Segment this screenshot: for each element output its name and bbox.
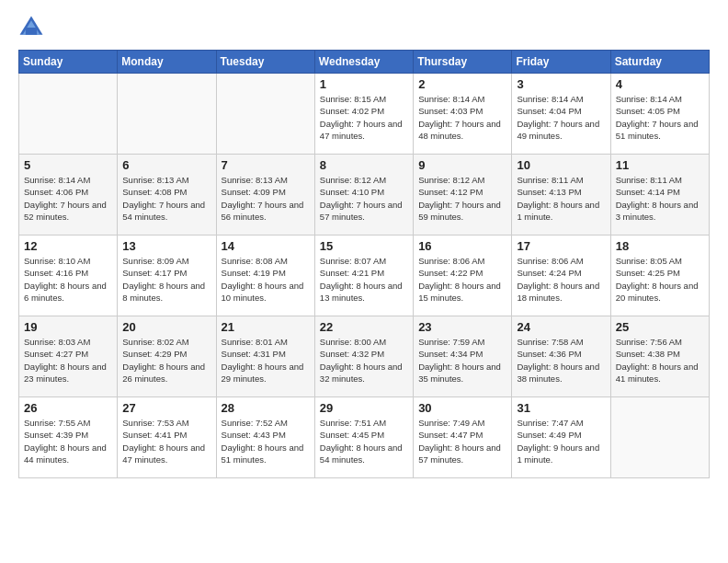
day-number: 1 (320, 77, 408, 91)
day-cell (118, 74, 216, 155)
day-number: 23 (418, 320, 506, 334)
page: SundayMondayTuesdayWednesdayThursdayFrid… (0, 0, 728, 563)
day-info: Sunrise: 8:01 AM Sunset: 4:31 PM Dayligh… (222, 336, 310, 385)
day-number: 6 (122, 158, 210, 172)
day-number: 21 (222, 320, 310, 334)
day-info: Sunrise: 8:07 AM Sunset: 4:21 PM Dayligh… (320, 255, 408, 304)
day-info: Sunrise: 8:06 AM Sunset: 4:22 PM Dayligh… (418, 255, 506, 304)
logo (18, 15, 48, 40)
day-info: Sunrise: 7:53 AM Sunset: 4:41 PM Dayligh… (122, 417, 210, 465)
day-info: Sunrise: 7:56 AM Sunset: 4:38 PM Dayligh… (616, 336, 704, 385)
day-cell: 11Sunrise: 8:11 AM Sunset: 4:14 PM Dayli… (610, 155, 709, 236)
day-cell (19, 74, 118, 155)
day-info: Sunrise: 8:13 AM Sunset: 4:08 PM Dayligh… (122, 174, 210, 223)
day-info: Sunrise: 8:14 AM Sunset: 4:03 PM Dayligh… (418, 93, 506, 142)
day-cell: 19Sunrise: 8:03 AM Sunset: 4:27 PM Dayli… (19, 316, 118, 397)
logo-icon (18, 15, 44, 40)
weekday-header-saturday: Saturday (610, 51, 709, 74)
day-cell (216, 74, 314, 155)
day-number: 10 (517, 158, 605, 172)
day-number: 8 (320, 158, 408, 172)
day-number: 19 (24, 320, 112, 334)
day-cell: 27Sunrise: 7:53 AM Sunset: 4:41 PM Dayli… (118, 397, 216, 478)
day-number: 16 (418, 239, 506, 253)
day-info: Sunrise: 8:14 AM Sunset: 4:05 PM Dayligh… (616, 93, 704, 142)
day-info: Sunrise: 8:06 AM Sunset: 4:24 PM Dayligh… (517, 255, 605, 304)
weekday-header-sunday: Sunday (19, 51, 118, 74)
day-number: 13 (122, 239, 210, 253)
day-cell: 28Sunrise: 7:52 AM Sunset: 4:43 PM Dayli… (216, 397, 314, 478)
day-number: 12 (24, 239, 112, 253)
weekday-header-friday: Friday (512, 51, 610, 74)
day-cell: 12Sunrise: 8:10 AM Sunset: 4:16 PM Dayli… (19, 236, 118, 316)
day-cell: 4Sunrise: 8:14 AM Sunset: 4:05 PM Daylig… (610, 74, 709, 155)
day-info: Sunrise: 8:13 AM Sunset: 4:09 PM Dayligh… (222, 174, 310, 223)
day-info: Sunrise: 7:49 AM Sunset: 4:47 PM Dayligh… (418, 417, 506, 465)
day-number: 5 (24, 158, 112, 172)
day-number: 28 (222, 401, 310, 415)
day-cell: 3Sunrise: 8:14 AM Sunset: 4:04 PM Daylig… (512, 74, 610, 155)
svg-rect-2 (26, 28, 37, 35)
day-cell: 23Sunrise: 7:59 AM Sunset: 4:34 PM Dayli… (414, 316, 512, 397)
day-cell: 6Sunrise: 8:13 AM Sunset: 4:08 PM Daylig… (118, 155, 216, 236)
day-info: Sunrise: 8:00 AM Sunset: 4:32 PM Dayligh… (320, 336, 408, 385)
day-info: Sunrise: 8:11 AM Sunset: 4:13 PM Dayligh… (517, 174, 605, 223)
week-row-4: 19Sunrise: 8:03 AM Sunset: 4:27 PM Dayli… (19, 316, 710, 397)
day-cell: 20Sunrise: 8:02 AM Sunset: 4:29 PM Dayli… (118, 316, 216, 397)
day-cell: 18Sunrise: 8:05 AM Sunset: 4:25 PM Dayli… (610, 236, 709, 316)
day-cell: 24Sunrise: 7:58 AM Sunset: 4:36 PM Dayli… (512, 316, 610, 397)
day-number: 2 (418, 77, 506, 91)
day-number: 20 (122, 320, 210, 334)
day-cell: 13Sunrise: 8:09 AM Sunset: 4:17 PM Dayli… (118, 236, 216, 316)
day-info: Sunrise: 8:14 AM Sunset: 4:04 PM Dayligh… (517, 93, 605, 142)
day-cell: 9Sunrise: 8:12 AM Sunset: 4:12 PM Daylig… (414, 155, 512, 236)
calendar: SundayMondayTuesdayWednesdayThursdayFrid… (18, 50, 710, 478)
week-row-5: 26Sunrise: 7:55 AM Sunset: 4:39 PM Dayli… (19, 397, 710, 478)
day-cell: 16Sunrise: 8:06 AM Sunset: 4:22 PM Dayli… (414, 236, 512, 316)
day-cell: 26Sunrise: 7:55 AM Sunset: 4:39 PM Dayli… (19, 397, 118, 478)
day-cell: 14Sunrise: 8:08 AM Sunset: 4:19 PM Dayli… (216, 236, 314, 316)
day-info: Sunrise: 8:11 AM Sunset: 4:14 PM Dayligh… (616, 174, 704, 223)
day-number: 29 (320, 401, 408, 415)
day-info: Sunrise: 8:02 AM Sunset: 4:29 PM Dayligh… (122, 336, 210, 385)
day-cell: 1Sunrise: 8:15 AM Sunset: 4:02 PM Daylig… (314, 74, 413, 155)
day-cell: 29Sunrise: 7:51 AM Sunset: 4:45 PM Dayli… (314, 397, 413, 478)
day-number: 24 (517, 320, 605, 334)
day-info: Sunrise: 8:09 AM Sunset: 4:17 PM Dayligh… (122, 255, 210, 304)
day-info: Sunrise: 8:14 AM Sunset: 4:06 PM Dayligh… (24, 174, 112, 223)
weekday-header-tuesday: Tuesday (216, 51, 314, 74)
day-cell: 2Sunrise: 8:14 AM Sunset: 4:03 PM Daylig… (414, 74, 512, 155)
day-info: Sunrise: 8:15 AM Sunset: 4:02 PM Dayligh… (320, 93, 408, 142)
day-cell: 15Sunrise: 8:07 AM Sunset: 4:21 PM Dayli… (314, 236, 413, 316)
day-cell: 7Sunrise: 8:13 AM Sunset: 4:09 PM Daylig… (216, 155, 314, 236)
day-number: 22 (320, 320, 408, 334)
day-cell: 10Sunrise: 8:11 AM Sunset: 4:13 PM Dayli… (512, 155, 610, 236)
day-number: 15 (320, 239, 408, 253)
day-number: 7 (222, 158, 310, 172)
day-info: Sunrise: 8:08 AM Sunset: 4:19 PM Dayligh… (222, 255, 310, 304)
day-number: 14 (222, 239, 310, 253)
day-cell: 25Sunrise: 7:56 AM Sunset: 4:38 PM Dayli… (610, 316, 709, 397)
day-cell: 21Sunrise: 8:01 AM Sunset: 4:31 PM Dayli… (216, 316, 314, 397)
day-number: 25 (616, 320, 704, 334)
week-row-1: 1Sunrise: 8:15 AM Sunset: 4:02 PM Daylig… (19, 74, 710, 155)
weekday-header-wednesday: Wednesday (314, 51, 413, 74)
day-number: 9 (418, 158, 506, 172)
day-cell (610, 397, 709, 478)
day-number: 31 (517, 401, 605, 415)
day-number: 17 (517, 239, 605, 253)
day-number: 26 (24, 401, 112, 415)
day-info: Sunrise: 8:12 AM Sunset: 4:12 PM Dayligh… (418, 174, 506, 223)
day-info: Sunrise: 7:55 AM Sunset: 4:39 PM Dayligh… (24, 417, 112, 465)
day-info: Sunrise: 7:59 AM Sunset: 4:34 PM Dayligh… (418, 336, 506, 385)
day-info: Sunrise: 8:10 AM Sunset: 4:16 PM Dayligh… (24, 255, 112, 304)
day-cell: 22Sunrise: 8:00 AM Sunset: 4:32 PM Dayli… (314, 316, 413, 397)
day-cell: 5Sunrise: 8:14 AM Sunset: 4:06 PM Daylig… (19, 155, 118, 236)
header (18, 15, 710, 40)
day-info: Sunrise: 7:58 AM Sunset: 4:36 PM Dayligh… (517, 336, 605, 385)
day-number: 11 (616, 158, 704, 172)
day-cell: 30Sunrise: 7:49 AM Sunset: 4:47 PM Dayli… (414, 397, 512, 478)
day-cell: 31Sunrise: 7:47 AM Sunset: 4:49 PM Dayli… (512, 397, 610, 478)
day-number: 3 (517, 77, 605, 91)
week-row-2: 5Sunrise: 8:14 AM Sunset: 4:06 PM Daylig… (19, 155, 710, 236)
